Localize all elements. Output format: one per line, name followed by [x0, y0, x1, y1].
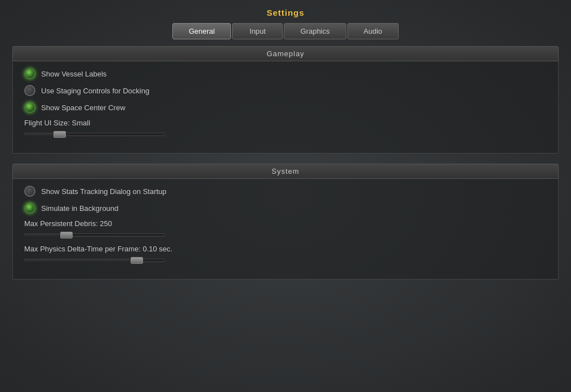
max-persistent-debris-slider[interactable] [24, 231, 165, 239]
show-vessel-labels-toggle[interactable] [24, 68, 35, 79]
tab-general[interactable]: General [172, 23, 231, 39]
max-physics-delta-time-thumb[interactable] [131, 257, 143, 264]
simulate-in-background-row: Simulate in Background [24, 202, 547, 214]
system-section: System Show Stats Tracking Dialog on Sta… [12, 164, 559, 290]
tab-input[interactable]: Input [232, 23, 283, 39]
show-vessel-labels-row: Show Vessel Labels [24, 68, 547, 79]
max-physics-delta-time-fill [24, 259, 137, 262]
show-stats-tracking-row: Show Stats Tracking Dialog on Startup [24, 186, 547, 197]
tab-audio[interactable]: Audio [347, 23, 399, 39]
system-section-header: System [12, 164, 559, 179]
gameplay-section: Gameplay Show Vessel Labels Use Staging … [12, 46, 559, 164]
content-area: Gameplay Show Vessel Labels Use Staging … [12, 46, 559, 290]
tabs-bar: General Input Graphics Audio [172, 23, 399, 39]
flight-ui-size-slider[interactable] [24, 130, 165, 138]
show-space-center-crew-label: Show Space Center Crew [41, 103, 126, 112]
max-persistent-debris-thumb[interactable] [60, 232, 73, 238]
use-staging-controls-toggle[interactable] [24, 85, 35, 96]
max-physics-delta-time-slider[interactable] [24, 256, 165, 264]
max-physics-delta-time-label: Max Physics Delta-Time per Frame: 0.10 s… [24, 245, 547, 253]
gameplay-section-body: Show Vessel Labels Use Staging Controls … [12, 61, 559, 154]
max-persistent-debris-label: Max Persistent Debris: 250 [24, 219, 547, 228]
use-staging-controls-row: Use Staging Controls for Docking [24, 85, 547, 96]
settings-page: Settings General Input Graphics Audio Ga… [0, 0, 571, 392]
tab-graphics[interactable]: Graphics [284, 23, 346, 39]
page-title: Settings [266, 8, 304, 17]
show-stats-tracking-label: Show Stats Tracking Dialog on Startup [41, 187, 167, 196]
gameplay-section-header: Gameplay [12, 46, 559, 61]
max-persistent-debris-section: Max Persistent Debris: 250 [24, 219, 547, 239]
show-stats-tracking-toggle[interactable] [24, 186, 35, 197]
flight-ui-size-section: Flight UI Size: Small [24, 119, 547, 138]
simulate-in-background-label: Simulate in Background [41, 204, 118, 213]
show-space-center-crew-toggle[interactable] [24, 102, 35, 113]
flight-ui-size-label: Flight UI Size: Small [24, 119, 547, 127]
show-space-center-crew-row: Show Space Center Crew [24, 102, 547, 113]
use-staging-controls-label: Use Staging Controls for Docking [41, 87, 149, 95]
flight-ui-size-thumb[interactable] [53, 131, 66, 138]
system-section-body: Show Stats Tracking Dialog on Startup Si… [12, 179, 559, 280]
max-physics-delta-time-section: Max Physics Delta-Time per Frame: 0.10 s… [24, 245, 547, 264]
show-vessel-labels-label: Show Vessel Labels [41, 70, 106, 78]
simulate-in-background-toggle[interactable] [24, 202, 35, 214]
